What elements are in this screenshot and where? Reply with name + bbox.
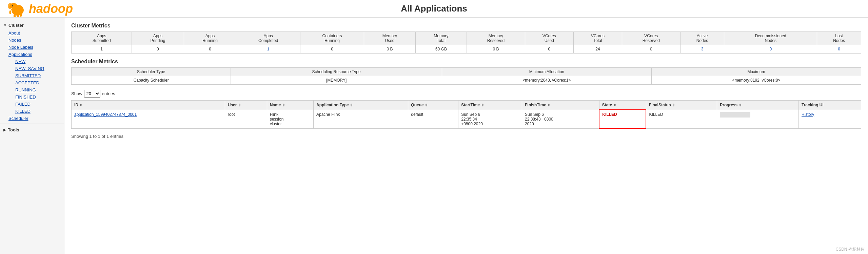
entries-label: entries xyxy=(102,91,115,96)
val-vcores-used: 0 xyxy=(525,45,573,54)
sidebar-item-killed[interactable]: KILLED xyxy=(5,108,64,115)
col-apps-submitted: AppsSubmitted xyxy=(72,32,132,45)
col-application-type: Application Type ⇕ xyxy=(313,101,408,110)
showing-info: Showing 1 to 1 of 1 entries xyxy=(71,132,861,141)
watermark: CSDN @杨林伟 xyxy=(835,247,865,252)
active-nodes-link[interactable]: 3 xyxy=(701,47,704,51)
sidebar-item-failed[interactable]: FAILED xyxy=(5,101,64,108)
hadoop-logo-icon xyxy=(7,0,27,18)
id-sort-icon[interactable]: ⇕ xyxy=(79,103,82,107)
val-maximum-allocation: <memory:8192, vCores:8> xyxy=(651,76,861,85)
val-vcores-total: 24 xyxy=(573,45,622,54)
app-tracking-ui: History xyxy=(799,110,861,128)
col-active-nodes: ActiveNodes xyxy=(680,32,724,45)
val-decommissioned-nodes: 0 xyxy=(724,45,817,54)
sidebar-item-nodes[interactable]: Nodes xyxy=(0,37,64,44)
val-active-nodes: 3 xyxy=(680,45,724,54)
finishtime-sort-icon[interactable]: ⇕ xyxy=(547,103,550,107)
col-id: ID ⇕ xyxy=(72,101,225,110)
col-scheduling-resource-type: Scheduling Resource Type xyxy=(231,68,442,76)
app-start-time: Sun Sep 622:35:34+0800 2020 xyxy=(458,110,522,128)
sidebar-item-applications[interactable]: Applications xyxy=(0,51,64,58)
app-id: application_1599402747874_0001 xyxy=(72,110,225,128)
sidebar-divider xyxy=(0,124,64,124)
col-containers-running: ContainersRunning xyxy=(300,32,364,45)
logo-area: hadoop xyxy=(7,0,73,18)
col-memory-total: MemoryTotal xyxy=(415,32,467,45)
tracking-history-link[interactable]: History xyxy=(802,112,814,117)
progress-sort-icon[interactable]: ⇕ xyxy=(739,103,742,107)
name-sort-icon[interactable]: ⇕ xyxy=(282,103,285,107)
cluster-arrow-icon: ▼ xyxy=(3,23,7,27)
col-progress: Progress ⇕ xyxy=(717,101,799,110)
sidebar-item-about[interactable]: About xyxy=(0,29,64,37)
entries-select[interactable]: 10 20 50 100 xyxy=(84,90,100,98)
svg-rect-6 xyxy=(20,14,22,17)
queue-sort-icon[interactable]: ⇕ xyxy=(425,103,428,107)
sidebar-item-submitted[interactable]: SUBMITTED xyxy=(5,72,64,79)
col-vcores-total: VCoresTotal xyxy=(573,32,622,45)
tools-section: ▶ Tools xyxy=(0,126,64,134)
app-final-status: KILLED xyxy=(646,110,717,128)
sidebar-item-new-saving[interactable]: NEW_SAVING xyxy=(5,65,64,72)
col-scheduler-type: Scheduler Type xyxy=(72,68,231,76)
sidebar-item-finished[interactable]: FINISHED xyxy=(5,93,64,101)
val-apps-completed: 1 xyxy=(236,45,300,54)
val-memory-total: 60 GB xyxy=(415,45,467,54)
lost-nodes-link[interactable]: 0 xyxy=(838,47,840,51)
sidebar-item-nodelabels[interactable]: Node Labels xyxy=(0,44,64,51)
app-type: Apache Flink xyxy=(313,110,408,128)
col-vcores-used: VCoresUsed xyxy=(525,32,573,45)
sidebar: ▼ Cluster About Nodes Node Labels Applic… xyxy=(0,18,64,254)
page-title: All Applications xyxy=(401,3,467,14)
header: hadoop All Applications xyxy=(0,0,868,18)
main-content: Cluster Metrics AppsSubmitted AppsPendin… xyxy=(64,18,868,254)
col-memory-used: MemoryUsed xyxy=(364,32,415,45)
body-area: ▼ Cluster About Nodes Node Labels Applic… xyxy=(0,18,868,254)
svg-point-3 xyxy=(12,5,13,6)
col-state: State ⇕ xyxy=(599,101,646,110)
starttime-sort-icon[interactable]: ⇕ xyxy=(481,103,484,107)
sidebar-item-accepted[interactable]: ACCEPTED xyxy=(5,79,64,86)
app-user: root xyxy=(225,110,267,128)
logo-text: hadoop xyxy=(29,2,73,16)
cluster-section-header[interactable]: ▼ Cluster xyxy=(0,21,64,29)
app-queue: default xyxy=(408,110,458,128)
col-lost-nodes: LostNodes xyxy=(817,32,861,45)
col-tracking-ui: Tracking UI xyxy=(799,101,861,110)
val-apps-pending: 0 xyxy=(132,45,184,54)
col-minimum-allocation: Minimum Allocation xyxy=(442,68,651,76)
tools-section-header[interactable]: ▶ Tools xyxy=(0,126,64,134)
col-decommissioned-nodes: DecommissionedNodes xyxy=(724,32,817,45)
col-name: Name ⇕ xyxy=(267,101,313,110)
tools-label: Tools xyxy=(8,127,19,132)
apps-completed-link[interactable]: 1 xyxy=(267,47,270,51)
col-starttime: StartTime ⇕ xyxy=(458,101,522,110)
app-state: KILLED xyxy=(599,110,646,128)
tools-arrow-icon: ▶ xyxy=(3,128,6,132)
user-sort-icon[interactable]: ⇕ xyxy=(238,103,241,107)
scheduler-table: Scheduler Type Scheduling Resource Type … xyxy=(71,67,861,85)
svg-rect-4 xyxy=(14,14,16,17)
col-user: User ⇕ xyxy=(225,101,267,110)
val-apps-submitted: 1 xyxy=(72,45,132,54)
apptype-sort-icon[interactable]: ⇕ xyxy=(350,103,353,107)
svg-rect-5 xyxy=(17,14,19,17)
finalstatus-sort-icon[interactable]: ⇕ xyxy=(672,103,675,107)
col-vcores-reserved: VCoresReserved xyxy=(622,32,680,45)
sidebar-item-running[interactable]: RUNNING xyxy=(5,86,64,93)
decommissioned-link[interactable]: 0 xyxy=(769,47,772,51)
state-sort-icon[interactable]: ⇕ xyxy=(613,103,616,107)
val-apps-running: 0 xyxy=(184,45,236,54)
sidebar-item-scheduler[interactable]: Scheduler xyxy=(0,115,64,122)
app-id-link[interactable]: application_1599402747874_0001 xyxy=(74,112,137,117)
val-scheduler-type: Capacity Scheduler xyxy=(72,76,231,85)
val-vcores-reserved: 0 xyxy=(622,45,680,54)
sidebar-item-new[interactable]: NEW xyxy=(5,58,64,65)
col-maximum-allocation: Maximum xyxy=(651,68,861,76)
val-lost-nodes: 0 xyxy=(817,45,861,54)
col-queue: Queue ⇕ xyxy=(408,101,458,110)
cluster-metrics-title: Cluster Metrics xyxy=(71,23,861,29)
cluster-label: Cluster xyxy=(8,23,24,28)
val-scheduling-resource-type: [MEMORY] xyxy=(231,76,442,85)
